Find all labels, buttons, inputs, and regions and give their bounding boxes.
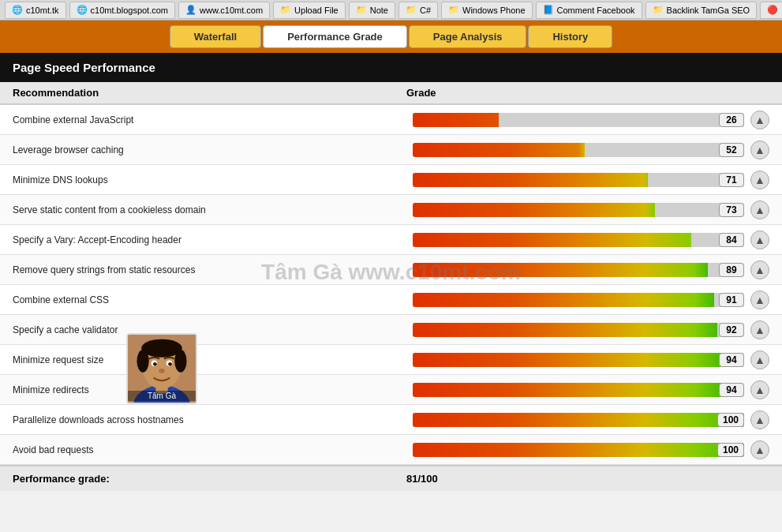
tab-favicon: 📁 xyxy=(448,5,459,15)
section-title: Page Speed Performance xyxy=(0,53,782,82)
grade-bar-container: 26 xyxy=(413,113,744,127)
tab-waterfall[interactable]: Waterfall xyxy=(170,25,261,48)
svg-point-6 xyxy=(153,362,157,366)
grade-bar: 26 xyxy=(413,113,744,127)
expand-button[interactable]: ▲ xyxy=(750,410,769,429)
table-row: Minimize redirects 94 ▲ xyxy=(0,375,782,405)
expand-button[interactable]: ▲ xyxy=(750,440,769,459)
tab-label: C# xyxy=(420,6,431,15)
browser-tab-c10mt-tk[interactable]: 🌐 c10mt.tk xyxy=(5,2,66,19)
row-label: Remove query strings from static resourc… xyxy=(13,264,413,275)
table-header: Recommendation Grade xyxy=(0,82,782,105)
expand-button[interactable]: ▲ xyxy=(750,200,769,219)
row-label: Minimize request size xyxy=(13,354,413,365)
table-row: Leverage browser caching 52 ▲ xyxy=(0,135,782,165)
browser-tab-facebook[interactable]: 📘 Comment Facebook xyxy=(536,2,642,19)
browser-tab-c10mt-com[interactable]: 👤 www.c10mt.com xyxy=(178,2,270,19)
expand-button[interactable]: ▲ xyxy=(750,380,769,399)
table-row: Combine external JavaScript 26 ▲ xyxy=(0,105,782,135)
svg-point-10 xyxy=(137,350,148,373)
grade-bar: 100 xyxy=(413,443,744,457)
tab-label: Backlink TamGa SEO xyxy=(667,6,750,15)
expand-button[interactable]: ▲ xyxy=(750,260,769,279)
tab-favicon: 📁 xyxy=(356,5,367,15)
browser-tab-bar: 🌐 c10mt.tk 🌐 c10mt.blogspot.com 👤 www.c1… xyxy=(0,0,782,21)
tab-favicon: 📁 xyxy=(653,5,664,15)
tab-history[interactable]: History xyxy=(528,25,612,48)
grade-score: 91 xyxy=(719,293,744,307)
tab-favicon: 📘 xyxy=(543,5,554,15)
browser-tab-backlink[interactable]: 📁 Backlink TamGa SEO xyxy=(645,2,758,19)
svg-point-7 xyxy=(168,362,172,366)
table-row: Remove query strings from static resourc… xyxy=(0,255,782,285)
grade-bar: 73 xyxy=(413,203,744,217)
tab-favicon: 📁 xyxy=(280,5,291,15)
tab-label: www.c10mt.com xyxy=(200,6,263,15)
footer-value: 81/100 xyxy=(406,473,769,485)
browser-tab-note[interactable]: 📁 Note xyxy=(349,2,395,19)
grade-bar: 94 xyxy=(413,383,744,397)
grade-score: 100 xyxy=(717,413,744,427)
avatar-label: Tâm Gà xyxy=(128,391,196,401)
browser-tab-upload[interactable]: 📁 Upload File xyxy=(273,2,346,19)
tab-label: c10mt.tk xyxy=(26,6,59,15)
svg-point-8 xyxy=(159,369,165,373)
grade-bar: 71 xyxy=(413,173,744,187)
grade-bar-container: 94 xyxy=(413,353,744,367)
table-row: Minimize DNS lookups 71 ▲ xyxy=(0,165,782,195)
row-label: Parallelize downloads across hostnames xyxy=(13,414,413,425)
tab-page-analysis[interactable]: Page Analysis xyxy=(409,25,527,48)
grade-bar: 91 xyxy=(413,293,744,307)
table-row: Specify a cache validator 92 ▲ xyxy=(0,315,782,345)
table-row: Avoid bad requests 100 ▲ xyxy=(0,435,782,465)
browser-tab-csharp[interactable]: 📁 C# xyxy=(398,2,438,19)
grade-bar-container: 89 xyxy=(413,263,744,277)
col-header-grade: Grade xyxy=(406,87,769,99)
grade-bar-container: 73 xyxy=(413,203,744,217)
main-content: Tâm Gà www.c10mt.com xyxy=(0,53,782,491)
grade-score: 100 xyxy=(717,443,744,457)
table-row: Combine external CSS 91 ▲ xyxy=(0,285,782,315)
row-label: Specify a Vary: Accept-Encoding header xyxy=(13,234,413,245)
browser-tab-pro[interactable]: 🔴 Pro... xyxy=(760,2,782,19)
expand-button[interactable]: ▲ xyxy=(750,320,769,339)
grade-score: 71 xyxy=(719,173,744,187)
svg-point-11 xyxy=(174,350,186,373)
grade-bar: 84 xyxy=(413,233,744,247)
grade-score: 73 xyxy=(719,203,744,217)
grade-bar-container: 100 xyxy=(413,413,744,427)
table-row: Parallelize downloads across hostnames 1… xyxy=(0,405,782,435)
footer-label: Performance grade: xyxy=(13,473,406,485)
expand-button[interactable]: ▲ xyxy=(750,170,769,189)
grade-bar: 94 xyxy=(413,353,744,367)
expand-button[interactable]: ▲ xyxy=(750,140,769,159)
tab-favicon: 🔴 xyxy=(767,5,778,15)
browser-tab-windows-phone[interactable]: 📁 Windows Phone xyxy=(441,2,533,19)
grade-bar: 89 xyxy=(413,263,744,277)
row-label: Leverage browser caching xyxy=(13,144,413,155)
footer-row: Performance grade: 81/100 xyxy=(0,465,782,491)
grade-score: 52 xyxy=(719,143,744,157)
grade-bar-container: 92 xyxy=(413,323,744,337)
expand-button[interactable]: ▲ xyxy=(750,111,769,129)
grade-bar-container: 94 xyxy=(413,383,744,397)
tab-label: Comment Facebook xyxy=(557,6,635,15)
expand-button[interactable]: ▲ xyxy=(750,230,769,249)
grade-bar-container: 84 xyxy=(413,233,744,247)
expand-button[interactable]: ▲ xyxy=(750,350,769,369)
tab-performance-grade[interactable]: Performance Grade xyxy=(263,25,407,48)
table-row: Minimize request size 94 ▲ xyxy=(0,345,782,375)
grade-score: 26 xyxy=(719,113,744,127)
tab-favicon: 👤 xyxy=(185,5,196,15)
main-nav: Waterfall Performance Grade Page Analysi… xyxy=(0,21,782,53)
expand-button[interactable]: ▲ xyxy=(750,290,769,309)
grade-bar: 52 xyxy=(413,143,744,157)
grade-bar: 92 xyxy=(413,323,744,337)
tab-favicon: 📁 xyxy=(406,5,417,15)
browser-tab-blogspot[interactable]: 🌐 c10mt.blogspot.com xyxy=(69,2,175,19)
grade-bar: 100 xyxy=(413,413,744,427)
table-body: Combine external JavaScript 26 ▲ Leverag… xyxy=(0,105,782,465)
tab-label: Windows Phone xyxy=(462,6,526,15)
tab-label: c10mt.blogspot.com xyxy=(91,6,168,15)
row-label: Serve static content from a cookieless d… xyxy=(13,204,413,215)
